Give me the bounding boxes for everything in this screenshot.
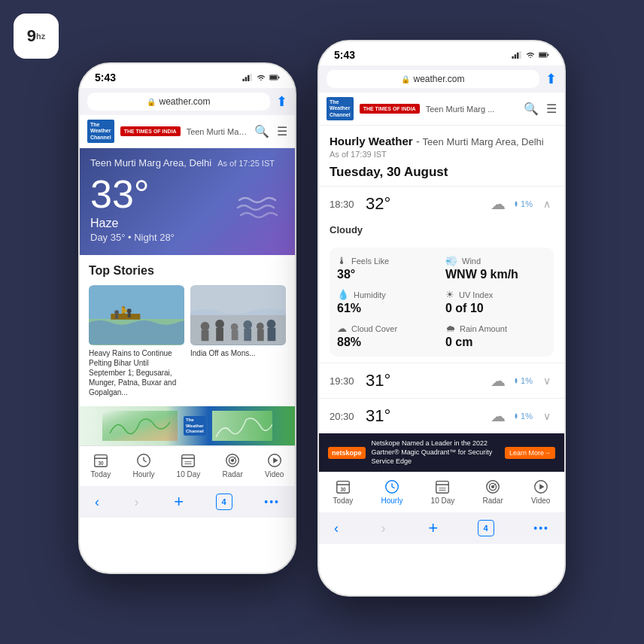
- status-bar-right: 5:43: [319, 41, 564, 65]
- humidity-item: 💧 Humidity 61%: [337, 289, 438, 315]
- menu-icon-right[interactable]: ☰: [546, 102, 557, 116]
- more-button-right[interactable]: •••: [530, 522, 552, 534]
- nav-hourly-label-right: Hourly: [381, 497, 402, 505]
- svg-rect-14: [128, 313, 131, 317]
- story-card-1[interactable]: Heavy Rains to Continue Pelting Bihar Un…: [89, 285, 184, 397]
- day-night-left: Day 35° • Night 28°: [90, 232, 175, 243]
- svg-point-18: [215, 320, 224, 329]
- learn-more-button[interactable]: Learn More→: [505, 447, 555, 459]
- left-phone: 5:43: [78, 62, 296, 574]
- feels-like-header: 🌡 Feels Like: [337, 255, 438, 266]
- menu-icon-left[interactable]: ☰: [277, 124, 287, 138]
- svg-rect-17: [202, 330, 209, 342]
- nav-hourly-right[interactable]: Hourly: [381, 478, 402, 505]
- hourly-row-header-1930[interactable]: 19:30 31° ☁ 1% ∨: [319, 363, 564, 398]
- cloud-label: Cloud Cover: [351, 324, 397, 333]
- svg-rect-30: [212, 411, 272, 441]
- share-button-left[interactable]: ⬆: [276, 93, 287, 110]
- svg-rect-12: [115, 314, 118, 319]
- nav-radar-right[interactable]: Radar: [482, 478, 503, 505]
- cloud-icon-1830: ☁: [491, 195, 506, 213]
- uv-item: ☀ UV Index 0 of 10: [445, 289, 546, 315]
- feels-like-label: Feels Like: [351, 257, 389, 266]
- hourly-row-header-1830[interactable]: 18:30 32° ☁ 1% ∧: [319, 187, 564, 221]
- hourly-row-header-2030[interactable]: 20:30 31° ☁ 1% ∨: [319, 399, 564, 433]
- nav-today-right[interactable]: 30 Today: [333, 478, 354, 505]
- browser-bar-right: 🔒 weather.com ⬆: [319, 65, 564, 93]
- expand-icon-2030[interactable]: ∨: [540, 410, 554, 422]
- hourly-row-1830: 18:30 32° ☁ 1% ∧ Cloudy 🌡 Feels Like: [319, 187, 564, 363]
- ad-banner-left: TheWeatherChannel: [80, 406, 295, 445]
- more-button-left[interactable]: •••: [261, 496, 283, 508]
- battery-icon: [269, 74, 280, 81]
- wind-item: 💨 Wind WNW 9 km/h: [445, 255, 546, 281]
- svg-text:30: 30: [340, 487, 346, 492]
- nav-hourly-left[interactable]: Hourly: [132, 452, 154, 478]
- status-icons-right: [512, 51, 549, 59]
- collapse-icon-1830[interactable]: ∧: [540, 198, 554, 210]
- nav-today-left[interactable]: 30 Today: [91, 452, 111, 478]
- story-image-2: [190, 285, 286, 345]
- wind-icon: 💨: [445, 255, 457, 266]
- feels-like-value: 38°: [337, 268, 438, 281]
- url-bar-right[interactable]: 🔒 weather.com: [327, 70, 539, 88]
- time-left: 5:43: [95, 71, 116, 84]
- back-button-left[interactable]: ‹: [92, 494, 102, 510]
- temperature-left: 33°: [90, 175, 175, 214]
- nav-today-label-left: Today: [91, 470, 111, 478]
- svg-rect-53: [548, 54, 548, 56]
- hour-temp-1830: 32°: [366, 194, 483, 214]
- ad-banner-logo: TheWeatherChannel: [184, 416, 206, 436]
- url-bar-left[interactable]: 🔒 weather.com: [87, 93, 270, 111]
- tabs-count-right[interactable]: 4: [478, 520, 494, 536]
- search-icon-right[interactable]: 🔍: [524, 102, 539, 116]
- svg-rect-19: [216, 328, 223, 342]
- expand-icon-1930[interactable]: ∨: [540, 375, 554, 387]
- nav-10day-right[interactable]: 10 Day: [431, 478, 455, 505]
- plus-button-right[interactable]: +: [425, 518, 441, 538]
- hourly-title-row: Hourly Weather - Teen Murti Marg Area, D…: [330, 135, 554, 148]
- story-card-2[interactable]: India Off as Mons...: [190, 285, 286, 397]
- hourly-dash: -: [416, 135, 423, 147]
- plus-button-left[interactable]: +: [171, 492, 187, 512]
- search-icon-left[interactable]: 🔍: [254, 124, 269, 138]
- weather-nav-left: The Weather Channel THE TIMES OF INDIA T…: [80, 115, 295, 148]
- browser-toolbar-right: ‹ › + 4 •••: [319, 512, 564, 544]
- svg-line-59: [392, 487, 395, 488]
- back-button-right[interactable]: ‹: [331, 521, 342, 536]
- hourly-date: Tuesday, 30 August: [330, 165, 554, 180]
- svg-point-24: [257, 323, 264, 330]
- weather-channel-logo-left: The Weather Channel: [87, 120, 114, 143]
- precip-1830: 1%: [513, 199, 533, 208]
- times-india-logo-right: THE TIMES OF INDIA: [360, 104, 420, 114]
- share-button-right[interactable]: ⬆: [545, 71, 557, 87]
- nav-video-right[interactable]: Video: [531, 478, 550, 505]
- cloud-value: 88%: [337, 336, 438, 349]
- svg-point-20: [231, 324, 238, 331]
- humidity-label: Humidity: [354, 290, 386, 299]
- nav-location-left[interactable]: Teen Murti Marg ...: [187, 127, 248, 136]
- right-phone: 5:43: [317, 40, 566, 597]
- nav-radar-left[interactable]: Radar: [222, 452, 242, 478]
- svg-rect-47: [512, 56, 514, 59]
- nav-10day-label-right: 10 Day: [431, 497, 455, 505]
- tabs-count-left[interactable]: 4: [216, 494, 232, 510]
- status-icons-left: [242, 74, 280, 81]
- ad-banner-right: netskope Netskope Named a Leader in the …: [319, 433, 564, 472]
- forward-button-right[interactable]: ›: [378, 521, 389, 536]
- precip-2030: 1%: [513, 412, 533, 421]
- weather-header-left: Teen Murti Marg Area, Delhi As of 17:25 …: [80, 148, 295, 255]
- nav-10day-left[interactable]: 10 Day: [177, 452, 201, 478]
- nav-radar-label-left: Radar: [222, 470, 242, 478]
- bottom-nav-right: 30 Today Hourly 10 Day: [319, 472, 564, 512]
- forward-button-left[interactable]: ›: [132, 494, 142, 510]
- weather-nav-right: The Weather Channel THE TIMES OF INDIA T…: [319, 93, 564, 126]
- nav-location-right[interactable]: Teen Murti Marg ...: [426, 105, 518, 114]
- svg-text:30: 30: [98, 460, 104, 466]
- svg-rect-52: [539, 53, 547, 56]
- weather-details-1830: 🌡 Feels Like 38° 💨 Wind WNW 9 km/h 💧: [330, 248, 554, 357]
- hourly-row-1930: 19:30 31° ☁ 1% ∨: [319, 363, 564, 399]
- netskope-logo: netskope: [328, 447, 366, 459]
- nav-video-left[interactable]: Video: [265, 452, 284, 478]
- weather-channel-logo-right: The Weather Channel: [327, 97, 354, 120]
